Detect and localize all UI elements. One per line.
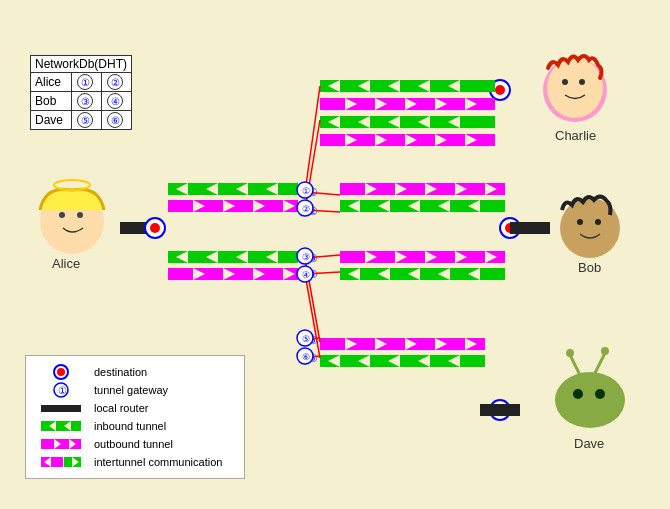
legend-router-icon [36, 400, 86, 416]
bob-label: Bob [578, 260, 601, 275]
legend-destination-icon [36, 364, 86, 380]
dave-antenna-left-tip [566, 349, 574, 357]
legend-destination: destination [36, 364, 234, 380]
dave-router [480, 404, 520, 416]
gw-num-6: ⑥ [302, 352, 310, 362]
alice-destination-inner [150, 223, 160, 233]
charlie-eye-left [562, 79, 568, 85]
outbound-row3-right [340, 251, 505, 263]
dave-eye-left [573, 389, 583, 399]
legend-inter-label: intertunnel communication [94, 456, 222, 468]
alice-label: Alice [52, 256, 80, 271]
gw-num-4: ④ [302, 270, 310, 280]
legend-intertunnel: intertunnel communication [36, 454, 234, 470]
svg-text:①: ① [58, 385, 67, 396]
charlie-eye-right [579, 79, 585, 85]
inbound-row2-right [340, 200, 505, 212]
bob-eye-right [595, 219, 601, 225]
charlie-destination-inner [495, 85, 505, 95]
legend-inter-icon [36, 454, 86, 470]
legend-outbound-label: outbound tunnel [94, 438, 173, 450]
outbound-row5 [320, 338, 485, 350]
dave-face [555, 372, 625, 428]
inbound-row6 [320, 355, 485, 367]
charlie-face [547, 58, 603, 118]
inbound-row4-right [340, 268, 505, 280]
dave-label: Dave [574, 436, 604, 451]
alice-eye-right [77, 212, 83, 218]
legend-outbound-icon [36, 436, 86, 452]
alice-hair [40, 189, 104, 210]
charlie-inbound-2 [320, 116, 495, 128]
red-line-1-charlie [305, 86, 320, 192]
legend-box: destination ① tunnel gateway local route… [25, 355, 245, 479]
legend-router-label: local router [94, 402, 148, 414]
bob-router [510, 222, 550, 234]
svg-rect-5 [41, 421, 81, 431]
legend-gateway-icon: ① [36, 382, 86, 398]
legend-inbound-label: inbound tunnel [94, 420, 166, 432]
dave-antenna-right [595, 353, 605, 373]
legend-inbound: inbound tunnel [36, 418, 234, 434]
legend-outbound: outbound tunnel [36, 436, 234, 452]
charlie-inbound-1 [320, 80, 495, 92]
dave-antenna-left [570, 355, 580, 375]
gw-num-1: ① [302, 186, 310, 196]
dave-eye-right [595, 389, 605, 399]
svg-point-1 [57, 368, 65, 376]
gw-num-5: ⑤ [302, 334, 310, 344]
legend-gateway-label: tunnel gateway [94, 384, 168, 396]
dave-antenna-right-tip [601, 347, 609, 355]
bob-eye-left [577, 219, 583, 225]
alice-eye-left [59, 212, 65, 218]
legend-tunnel-gateway: ① tunnel gateway [36, 382, 234, 398]
legend-local-router: local router [36, 400, 234, 416]
legend-destination-label: destination [94, 366, 147, 378]
charlie-label: Charlie [555, 128, 596, 143]
gw-num-2: ② [302, 204, 310, 214]
svg-rect-4 [41, 405, 81, 412]
legend-inbound-icon [36, 418, 86, 434]
outbound-row1-right [340, 183, 505, 195]
gw-num-3: ③ [302, 252, 310, 262]
